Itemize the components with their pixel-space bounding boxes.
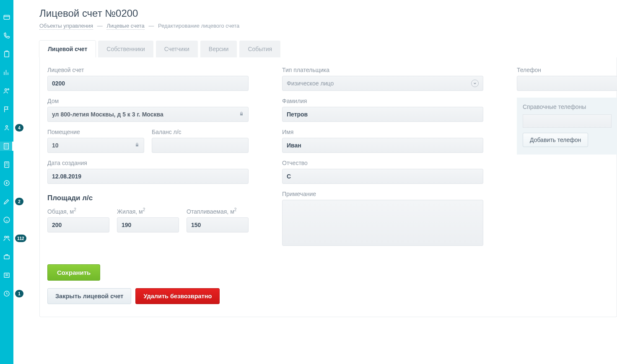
tab-meters[interactable]: Счетчики: [156, 41, 198, 57]
room-value: 10: [52, 142, 59, 149]
label-account: Лицевой счет: [47, 67, 249, 73]
note-textarea[interactable]: [282, 200, 483, 246]
nav-clipboard-icon[interactable]: [0, 49, 13, 59]
nav-coin-icon[interactable]: [0, 178, 13, 188]
label-area-heated: Отапливаемая, м2: [187, 207, 249, 215]
svg-point-9: [5, 236, 7, 238]
badge: 2: [15, 198, 23, 205]
payer-type-select[interactable]: Физическое лицо: [282, 76, 483, 91]
nav-user-icon[interactable]: 4: [0, 123, 13, 132]
nav-flag-icon[interactable]: [0, 105, 13, 114]
badge: 112: [15, 235, 26, 242]
phone-input[interactable]: [517, 76, 617, 91]
nav-sad-icon[interactable]: [0, 215, 13, 225]
page-title: Лицевой счет №0200: [39, 8, 617, 19]
breadcrumb-link-objects[interactable]: Объекты управления: [39, 23, 93, 30]
breadcrumb-link-accounts[interactable]: Лицевые счета: [106, 23, 144, 30]
form-panel: Лицевой счет 0200 Дом ул 800-летия Москв…: [39, 57, 617, 317]
area-living-input[interactable]: 190: [117, 217, 179, 232]
badge: 4: [15, 124, 23, 132]
created-input[interactable]: 12.08.2019: [47, 169, 249, 184]
payer-type-value: Физическое лицо: [287, 80, 334, 87]
svg-point-4: [6, 126, 8, 128]
nav-clock-icon[interactable]: 1: [0, 289, 13, 298]
house-value: ул 800-летия Москвы, д 5 к 3 г. Москва: [52, 111, 163, 118]
nav-news-icon[interactable]: [0, 271, 13, 280]
firstname-input[interactable]: Иван: [282, 138, 483, 153]
svg-point-10: [7, 236, 9, 238]
area-heated-input[interactable]: 150: [187, 217, 249, 232]
nav-briefcase-icon[interactable]: [0, 252, 13, 261]
svg-rect-0: [4, 15, 10, 20]
svg-rect-1: [5, 52, 9, 57]
house-input: ул 800-летия Москвы, д 5 к 3 г. Москва: [47, 107, 249, 122]
nav-group-icon[interactable]: 112: [0, 234, 13, 243]
nav-wallet-icon[interactable]: [0, 13, 13, 22]
lock-icon: [135, 142, 140, 149]
nav-edit-icon[interactable]: 2: [0, 197, 13, 206]
areas-title: Площади л/с: [47, 194, 249, 202]
svg-point-3: [8, 89, 9, 90]
label-area-total: Общая, м2: [47, 207, 109, 215]
breadcrumb-current: Редактирование лицевого счета: [158, 23, 239, 29]
sidebar: 4 2 112 1: [0, 0, 13, 364]
tab-versions[interactable]: Версии: [200, 41, 237, 57]
ref-phones-panel: Справочные телефоны Добавить телефон: [517, 98, 617, 155]
close-account-button[interactable]: Закрыть лицевой счет: [47, 288, 131, 304]
svg-rect-11: [4, 256, 9, 259]
svg-point-8: [4, 217, 10, 223]
chevron-down-icon: [471, 80, 479, 87]
tab-account[interactable]: Лицевой счет: [39, 41, 96, 57]
lastname-input[interactable]: Петров: [282, 107, 483, 122]
label-middlename: Отчество: [282, 160, 483, 166]
tab-owners[interactable]: Собственники: [98, 41, 153, 57]
label-balance: Баланс л/с: [152, 129, 249, 135]
label-payer-type: Тип плательщика: [282, 67, 483, 73]
save-button[interactable]: Сохранить: [47, 264, 100, 281]
nav-building-icon[interactable]: [0, 142, 13, 151]
nav-calculator-icon[interactable]: [0, 160, 13, 169]
area-total-input[interactable]: 200: [47, 217, 109, 232]
tab-events[interactable]: События: [239, 41, 280, 57]
nav-phone-icon[interactable]: [0, 31, 13, 40]
middlename-input[interactable]: С: [282, 169, 483, 184]
balance-input[interactable]: [152, 138, 249, 153]
label-created: Дата создания: [47, 160, 249, 166]
svg-rect-6: [5, 162, 9, 168]
lock-icon: [239, 111, 244, 118]
label-area-living: Жилая, м2: [117, 207, 179, 215]
label-lastname: Фамилия: [282, 98, 483, 104]
label-house: Дом: [47, 98, 249, 104]
tabs: Лицевой счет Собственники Счетчики Верси…: [39, 41, 617, 57]
ref-phones-title: Справочные телефоны: [523, 103, 612, 110]
account-input[interactable]: 0200: [47, 76, 249, 91]
main-content: Лицевой счет №0200 Объекты управления — …: [13, 0, 617, 364]
add-phone-button[interactable]: Добавить телефон: [523, 133, 588, 147]
breadcrumb: Объекты управления — Лицевые счета — Ред…: [39, 23, 617, 29]
svg-point-2: [5, 89, 7, 91]
label-note: Примечание: [282, 191, 483, 197]
room-input: 10: [47, 138, 144, 153]
label-phone: Телефон: [517, 67, 617, 73]
nav-users-icon[interactable]: [0, 86, 13, 96]
label-room: Помещение: [47, 129, 144, 135]
label-firstname: Имя: [282, 129, 483, 135]
delete-button[interactable]: Удалить безвозвратно: [135, 288, 220, 304]
badge: 1: [15, 290, 23, 297]
nav-chart-icon[interactable]: [0, 68, 13, 77]
svg-rect-5: [4, 143, 8, 149]
ref-phone-slot[interactable]: [523, 114, 612, 128]
